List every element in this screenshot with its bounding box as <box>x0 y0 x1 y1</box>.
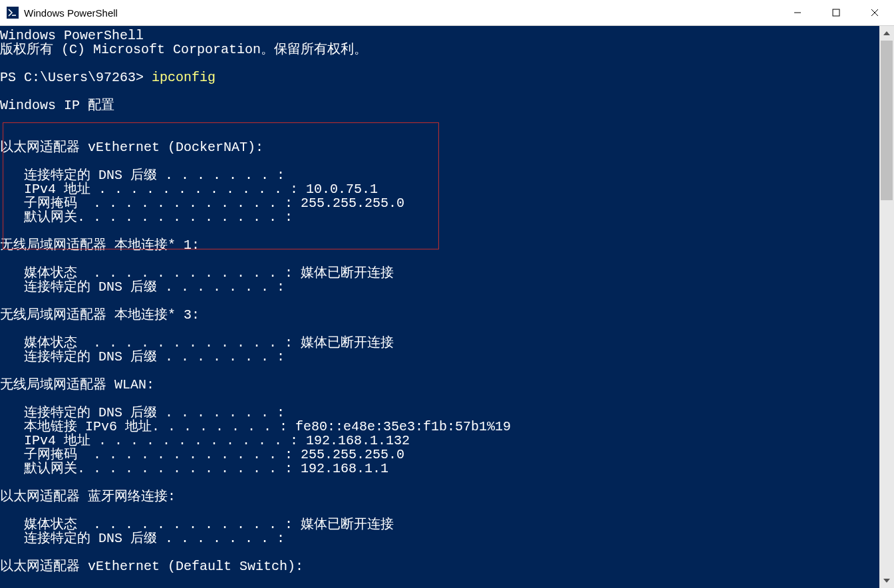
svg-marker-7 <box>883 579 890 583</box>
window-title: Windows PowerShell <box>24 7 118 19</box>
scroll-down-button[interactable] <box>879 573 894 588</box>
maximize-button[interactable] <box>817 0 855 25</box>
close-button[interactable] <box>855 0 894 25</box>
powershell-icon <box>7 7 19 19</box>
svg-rect-3 <box>833 9 839 16</box>
minimize-button[interactable] <box>778 0 817 25</box>
vertical-scrollbar[interactable] <box>879 26 894 588</box>
titlebar: Windows PowerShell <box>0 0 894 26</box>
terminal-output[interactable]: Windows PowerShell 版权所有 (C) Microsoft Co… <box>0 26 879 588</box>
svg-marker-6 <box>883 31 890 35</box>
app-window: Windows PowerShell Windows PowerShell 版权… <box>0 0 894 588</box>
scrollbar-track[interactable] <box>879 41 894 573</box>
terminal-wrap: Windows PowerShell 版权所有 (C) Microsoft Co… <box>0 26 894 588</box>
scroll-up-button[interactable] <box>879 26 894 41</box>
scrollbar-thumb[interactable] <box>881 41 893 200</box>
